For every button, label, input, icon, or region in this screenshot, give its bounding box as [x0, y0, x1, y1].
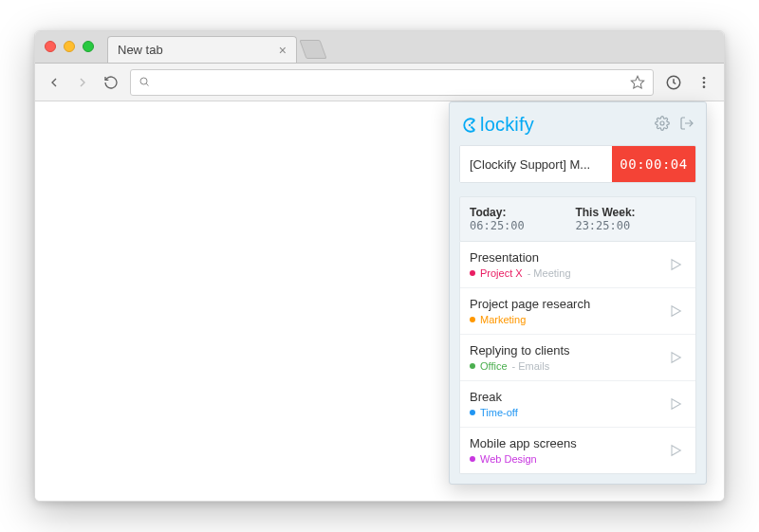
time-entry-main: Mobile app screensWeb Design — [470, 436, 657, 465]
settings-icon[interactable] — [655, 116, 670, 135]
client-name: - Meeting — [528, 267, 571, 279]
summary-today: Today: 06:25:00 — [470, 206, 558, 232]
project-color-dot — [470, 317, 475, 322]
browser-toolbar — [35, 64, 724, 101]
close-tab-icon[interactable]: × — [279, 43, 287, 58]
time-entry-subtitle: Marketing — [470, 314, 657, 325]
svg-line-9 — [472, 126, 475, 130]
play-icon[interactable] — [665, 301, 686, 321]
play-icon[interactable] — [665, 254, 686, 275]
time-entry-title: Project page research — [470, 297, 657, 311]
project-color-dot — [470, 270, 475, 276]
address-input[interactable] — [156, 75, 630, 89]
svg-marker-14 — [672, 353, 680, 363]
svg-marker-12 — [672, 260, 680, 270]
entries-list: PresentationProject X - MeetingProject p… — [459, 242, 696, 474]
play-icon[interactable] — [665, 440, 686, 461]
project-name: Web Design — [480, 453, 537, 465]
reload-button[interactable] — [102, 73, 120, 92]
maximize-window-button[interactable] — [83, 41, 94, 52]
clockify-extension-icon[interactable] — [663, 72, 684, 93]
bookmark-star-icon[interactable] — [630, 75, 645, 90]
time-entry-subtitle: Office - Emails — [470, 360, 657, 372]
close-window-button[interactable] — [45, 41, 56, 52]
summary-week: This Week: 23:25:00 — [575, 206, 686, 232]
search-icon — [139, 74, 150, 91]
time-entry[interactable]: Mobile app screensWeb Design — [460, 427, 695, 473]
time-entry-subtitle: Project X - Meeting — [470, 267, 657, 279]
clockify-header: lockify — [459, 112, 696, 145]
clockify-logo: lockify — [461, 114, 534, 136]
project-name: Office — [480, 360, 508, 372]
back-button[interactable] — [45, 73, 64, 92]
minimize-window-button[interactable] — [64, 41, 75, 52]
svg-marker-2 — [631, 76, 643, 88]
time-entry-main: BreakTime-off — [470, 390, 657, 418]
clockify-logo-icon — [461, 117, 478, 134]
client-name: - Emails — [512, 360, 550, 372]
timer-description-input[interactable] — [460, 146, 612, 182]
summary-week-label: This Week: — [575, 206, 635, 219]
logout-icon[interactable] — [679, 116, 694, 135]
address-bar[interactable] — [130, 69, 654, 96]
timer-stop-button[interactable]: 00:00:04 — [612, 146, 695, 182]
browser-tab[interactable]: New tab × — [107, 36, 297, 63]
browser-window: New tab × — [34, 30, 725, 502]
time-entry-main: PresentationProject X - Meeting — [470, 250, 657, 279]
clockify-logo-text: lockify — [480, 114, 534, 136]
summary-today-label: Today: — [470, 206, 506, 219]
svg-line-8 — [472, 119, 475, 123]
time-entry-title: Break — [470, 390, 657, 404]
tab-strip: New tab × — [35, 31, 724, 64]
summary-week-value: 23:25:00 — [575, 219, 630, 232]
project-name: Project X — [480, 267, 523, 279]
clockify-popup: lockify 00:00:04 Today: 06: — [449, 101, 707, 485]
time-entry-title: Presentation — [470, 250, 657, 265]
svg-marker-15 — [672, 399, 680, 410]
time-entry-subtitle: Web Design — [470, 453, 657, 465]
timer-row: 00:00:04 — [459, 145, 696, 183]
time-entry-title: Mobile app screens — [470, 436, 657, 450]
browser-menu-icon[interactable] — [694, 72, 714, 93]
svg-line-1 — [146, 83, 148, 85]
page-content: lockify 00:00:04 Today: 06: — [35, 101, 724, 501]
new-tab-button[interactable] — [299, 40, 326, 59]
svg-marker-16 — [672, 446, 680, 456]
time-entry-subtitle: Time-off — [470, 407, 657, 418]
svg-point-5 — [703, 81, 706, 83]
window-controls — [45, 30, 107, 63]
play-icon[interactable] — [665, 394, 686, 414]
time-entry-main: Replying to clientsOffice - Emails — [470, 343, 657, 372]
svg-point-7 — [469, 123, 471, 125]
summary-bar: Today: 06:25:00 This Week: 23:25:00 — [459, 196, 696, 242]
svg-point-0 — [140, 78, 147, 84]
time-entry-main: Project page researchMarketing — [470, 297, 657, 325]
time-entry[interactable]: Project page researchMarketing — [460, 287, 695, 334]
project-color-dot — [470, 410, 475, 415]
svg-marker-13 — [672, 306, 680, 317]
time-entry[interactable]: Replying to clientsOffice - Emails — [460, 334, 695, 380]
tab-title: New tab — [118, 43, 279, 57]
svg-point-6 — [703, 85, 706, 88]
time-entry[interactable]: PresentationProject X - Meeting — [460, 242, 695, 287]
play-icon[interactable] — [665, 347, 686, 368]
time-entry[interactable]: BreakTime-off — [460, 380, 695, 427]
summary-today-value: 06:25:00 — [470, 219, 525, 232]
project-color-dot — [470, 363, 475, 369]
forward-button[interactable] — [73, 73, 92, 92]
project-name: Time-off — [480, 407, 518, 418]
svg-point-4 — [703, 77, 706, 80]
project-name: Marketing — [480, 314, 526, 325]
time-entry-title: Replying to clients — [470, 343, 657, 358]
project-color-dot — [470, 456, 475, 462]
svg-point-10 — [660, 121, 664, 125]
